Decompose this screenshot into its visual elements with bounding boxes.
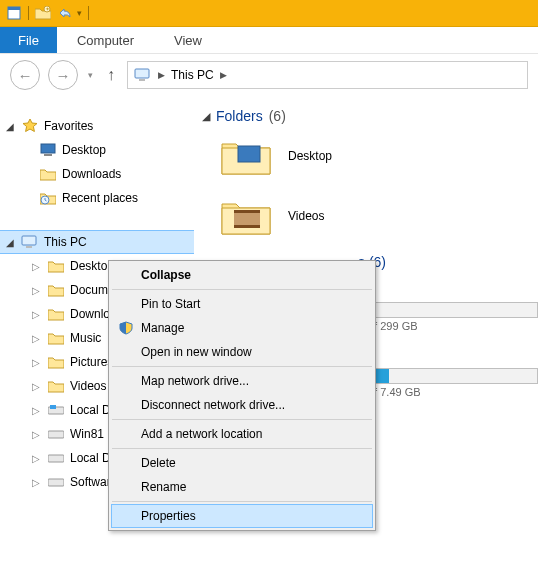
menu-separator — [112, 448, 372, 449]
folder-item-desktop[interactable]: Desktop — [220, 134, 538, 178]
expand-icon[interactable]: ▷ — [30, 309, 42, 320]
folder-item-videos[interactable]: Videos — [220, 194, 538, 238]
folder-icon — [46, 259, 66, 273]
tree-fav-downloads[interactable]: Downloads — [0, 162, 194, 186]
tree-favorites[interactable]: ◢ Favorites — [0, 114, 194, 138]
svg-rect-4 — [135, 69, 149, 78]
chevron-right-icon[interactable]: ▶ — [158, 70, 165, 80]
tree-fav-desktop[interactable]: Desktop — [0, 138, 194, 162]
tree-label: Favorites — [44, 119, 93, 133]
menu-label: Delete — [141, 456, 176, 470]
tree-fav-recent[interactable]: Recent places — [0, 186, 194, 210]
svg-rect-14 — [48, 455, 64, 462]
address-bar[interactable]: ▶ This PC ▶ — [127, 61, 528, 89]
this-pc-icon — [20, 234, 40, 250]
collapse-icon[interactable]: ◢ — [4, 237, 16, 248]
undo-icon[interactable] — [57, 5, 73, 21]
desktop-icon — [38, 143, 58, 157]
menu-separator — [112, 501, 372, 502]
svg-rect-18 — [234, 210, 260, 213]
properties-icon[interactable] — [6, 5, 22, 21]
collapse-icon[interactable]: ◢ — [202, 110, 210, 123]
drive-item-h[interactable]: :) of 7.49 GB — [368, 350, 538, 398]
menu-add-network-location[interactable]: Add a network location — [111, 422, 373, 446]
tree-label: Pictures — [70, 355, 113, 369]
tree-label: Music — [70, 331, 101, 345]
tree-label: Videos — [70, 379, 106, 393]
drive-label-trail: :) — [368, 350, 538, 364]
shield-icon — [117, 321, 135, 335]
menu-label: Open in new window — [141, 345, 252, 359]
svg-rect-5 — [139, 79, 145, 81]
tree-label: Downloads — [62, 167, 121, 181]
star-icon — [20, 118, 40, 134]
menu-separator — [112, 289, 372, 290]
menu-label: Map network drive... — [141, 374, 249, 388]
menu-separator — [112, 366, 372, 367]
svg-rect-15 — [48, 479, 64, 486]
expand-icon[interactable]: ▷ — [30, 333, 42, 344]
expand-icon[interactable]: ▷ — [30, 453, 42, 464]
file-tab[interactable]: File — [0, 27, 57, 53]
menu-open-new-window[interactable]: Open in new window — [111, 340, 373, 364]
separator — [88, 6, 89, 20]
collapse-icon[interactable]: ◢ — [4, 121, 16, 132]
menu-label: Add a network location — [141, 427, 262, 441]
svg-rect-10 — [26, 246, 32, 248]
tree-label: This PC — [44, 235, 87, 249]
drive-usage-bar — [368, 368, 538, 384]
context-menu: Collapse Pin to Start Manage Open in new… — [108, 260, 376, 531]
tree-this-pc[interactable]: ◢ This PC — [0, 230, 194, 254]
tree-label: Recent places — [62, 191, 138, 205]
drive-icon — [46, 451, 66, 465]
svg-rect-9 — [22, 236, 36, 245]
svg-text:✦: ✦ — [45, 6, 50, 12]
computer-tab[interactable]: Computer — [57, 27, 154, 53]
menu-disconnect-drive[interactable]: Disconnect network drive... — [111, 393, 373, 417]
item-label: Videos — [288, 209, 324, 223]
expand-icon[interactable]: ▷ — [30, 285, 42, 296]
svg-rect-7 — [44, 154, 52, 156]
menu-delete[interactable]: Delete — [111, 451, 373, 475]
view-tab[interactable]: View — [154, 27, 222, 53]
menu-manage[interactable]: Manage — [111, 316, 373, 340]
menu-properties[interactable]: Properties — [111, 504, 373, 528]
group-title: Folders — [216, 108, 263, 124]
expand-icon[interactable]: ▷ — [30, 261, 42, 272]
expand-icon[interactable]: ▷ — [30, 429, 42, 440]
nav-row: ← → ▾ ↑ ▶ This PC ▶ — [0, 54, 538, 96]
menu-map-drive[interactable]: Map network drive... — [111, 369, 373, 393]
folder-icon — [46, 331, 66, 345]
expand-icon[interactable]: ▷ — [30, 477, 42, 488]
folder-icon — [46, 283, 66, 297]
menu-label: Manage — [141, 321, 184, 335]
drive-item-c[interactable]: :) of 299 GB — [368, 284, 538, 332]
up-button[interactable]: ↑ — [103, 66, 119, 84]
item-label: Desktop — [288, 149, 332, 163]
qat-dropdown-icon[interactable]: ▾ — [77, 8, 82, 18]
menu-collapse[interactable]: Collapse — [111, 263, 373, 287]
folder-icon — [46, 307, 66, 321]
breadcrumb[interactable]: ▶ This PC ▶ — [158, 68, 227, 82]
quick-access-toolbar: ✦ ▾ — [6, 5, 89, 21]
menu-separator — [112, 419, 372, 420]
expand-icon[interactable]: ▷ — [30, 405, 42, 416]
expand-icon[interactable]: ▷ — [30, 357, 42, 368]
back-button[interactable]: ← — [10, 60, 40, 90]
menu-rename[interactable]: Rename — [111, 475, 373, 499]
menu-label: Disconnect network drive... — [141, 398, 285, 412]
expand-icon[interactable]: ▷ — [30, 381, 42, 392]
menu-pin-to-start[interactable]: Pin to Start — [111, 292, 373, 316]
history-dropdown-icon[interactable]: ▾ — [88, 70, 93, 80]
tree-label: Desktop — [62, 143, 106, 157]
drive-free-text: of 299 GB — [368, 320, 538, 332]
new-folder-icon[interactable]: ✦ — [35, 5, 51, 21]
menu-label: Properties — [141, 509, 196, 523]
breadcrumb-label: This PC — [171, 68, 214, 82]
title-bar: ✦ ▾ — [0, 0, 538, 27]
this-pc-icon — [134, 67, 152, 83]
forward-button[interactable]: → — [48, 60, 78, 90]
folders-group-header[interactable]: ◢ Folders (6) — [202, 108, 538, 124]
folder-icon — [46, 379, 66, 393]
chevron-right-icon[interactable]: ▶ — [220, 70, 227, 80]
